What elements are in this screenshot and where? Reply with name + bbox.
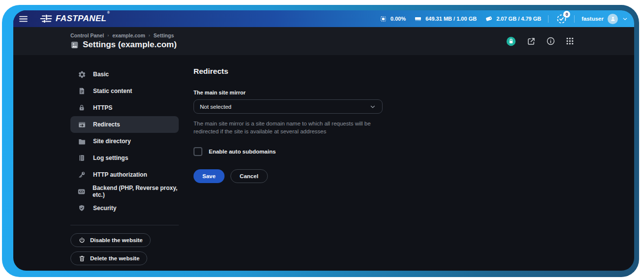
- breadcrumb-item[interactable]: example.com: [112, 32, 145, 38]
- sidebar-item-label: Backend (PHP, Reverse proxy, etc.): [93, 185, 179, 198]
- save-button[interactable]: Save: [193, 169, 225, 183]
- sidebar-item-label: Static content: [93, 88, 132, 94]
- auto-subdomains-checkbox[interactable]: [193, 147, 202, 156]
- settings-sidebar: BasicStatic contentHTTPSRedirectsSite di…: [70, 66, 179, 271]
- gear-icon: [77, 70, 86, 79]
- log-icon: [77, 154, 86, 162]
- sidebar-item-basic[interactable]: Basic: [70, 66, 179, 83]
- sidebar-item-site-directory[interactable]: Site directory: [70, 133, 179, 150]
- header-action-icons: [506, 36, 574, 47]
- document-icon: [77, 87, 86, 95]
- sidebar-item-label: HTTP authorization: [93, 171, 147, 178]
- disk-icon: [485, 15, 493, 23]
- chevron-down-icon: [622, 16, 628, 22]
- registered-mark: ®: [107, 11, 110, 14]
- mirror-field-description: The main site mirror is a site domain na…: [193, 120, 383, 135]
- user-menu[interactable]: fastuser: [581, 14, 628, 24]
- stat-disk: 2.07 GB / 4.79 GB: [485, 15, 541, 23]
- page-title: Settings (example.com): [83, 40, 177, 50]
- sidebar-item-label: Site directory: [93, 138, 131, 145]
- stat-value: 649.31 MB / 1.00 GB: [425, 16, 477, 22]
- sidebar-item-label: Basic: [93, 71, 109, 78]
- sidebar-item-redirects[interactable]: Redirects: [70, 116, 179, 133]
- sidebar-item-http-authorization[interactable]: HTTP authorization: [70, 166, 179, 183]
- code-icon: [77, 187, 86, 196]
- site-image-icon: [70, 41, 79, 49]
- sidebar-item-label: Log settings: [93, 155, 128, 161]
- delete-website-label: Delete the website: [90, 255, 139, 261]
- auto-subdomains-label: Enable auto subdomains: [209, 149, 276, 155]
- fastpanel-logo[interactable]: FASTPANEL®: [40, 14, 109, 24]
- fastpanel-logo-text: FASTPANEL®: [56, 14, 109, 24]
- stat-cpu: 0.00%: [380, 15, 406, 23]
- tasks-button[interactable]: 0: [555, 13, 567, 25]
- sidebar-item-log-settings[interactable]: Log settings: [70, 150, 179, 166]
- mirror-field-label: The main site mirror: [193, 90, 383, 95]
- hamburger-menu-icon[interactable]: [16, 12, 31, 25]
- topbar: FASTPANEL® 0.00%649.31 MB / 1.00 GB2.07 …: [13, 10, 634, 27]
- breadcrumb-separator: ›: [107, 33, 109, 38]
- disable-website-button[interactable]: Disable the website: [70, 233, 151, 247]
- sidebar-item-label: HTTPS: [93, 104, 112, 111]
- ram-icon: [414, 15, 422, 23]
- title-row: Settings (example.com): [70, 40, 177, 50]
- grid-apps-icon[interactable]: [566, 37, 574, 45]
- main-site-mirror-value: Not selected: [200, 104, 231, 110]
- page-header: Control Panel›example.com›Settings Setti…: [13, 27, 634, 55]
- folder-icon: [77, 137, 86, 146]
- fastpanel-logo-icon: [40, 14, 52, 24]
- sidebar-nav: BasicStatic contentHTTPSRedirectsSite di…: [70, 66, 179, 217]
- section-heading: Redirects: [193, 67, 383, 76]
- key-icon: [77, 171, 86, 179]
- sidebar-item-https[interactable]: HTTPS: [70, 99, 179, 116]
- stat-ram: 649.31 MB / 1.00 GB: [414, 15, 477, 23]
- breadcrumb: Control Panel›example.com›Settings: [70, 32, 177, 38]
- disable-website-label: Disable the website: [90, 237, 143, 243]
- topbar-divider: [574, 15, 575, 23]
- power-icon: [78, 237, 86, 244]
- breadcrumb-item[interactable]: Control Panel: [70, 32, 104, 38]
- info-icon[interactable]: [546, 36, 555, 46]
- form-actions: Save Cancel: [193, 169, 383, 183]
- topbar-divider: [548, 15, 548, 23]
- window-frame: FASTPANEL® 0.00%649.31 MB / 1.00 GB2.07 …: [2, 5, 639, 277]
- breadcrumb-separator: ›: [149, 33, 150, 38]
- shield-icon: [77, 204, 86, 212]
- cancel-button[interactable]: Cancel: [230, 169, 268, 183]
- sidebar-item-label: Security: [93, 205, 116, 212]
- page-header-left: Control Panel›example.com›Settings Setti…: [70, 32, 177, 50]
- app-window: FASTPANEL® 0.00%649.31 MB / 1.00 GB2.07 …: [13, 10, 634, 271]
- redirects-panel: Redirects The main site mirror Not selec…: [193, 66, 383, 271]
- main-site-mirror-select[interactable]: Not selected: [193, 99, 383, 114]
- tasks-count-badge: 0: [563, 11, 570, 18]
- stat-value: 0.00%: [390, 16, 406, 22]
- sidebar-item-backend-php-reverse-proxy-etc[interactable]: Backend (PHP, Reverse proxy, etc.): [70, 183, 179, 200]
- sidebar-item-static-content[interactable]: Static content: [70, 83, 179, 99]
- cpu-icon: [380, 15, 387, 23]
- username: fastuser: [581, 16, 604, 22]
- trash-icon: [78, 255, 86, 262]
- redirect-icon: [77, 121, 86, 129]
- avatar: [608, 14, 618, 24]
- sidebar-item-label: Redirects: [93, 121, 120, 128]
- sidebar-divider: [70, 225, 179, 225]
- topbar-left: FASTPANEL®: [16, 12, 109, 25]
- stat-value: 2.07 GB / 4.79 GB: [496, 16, 541, 22]
- lock-icon: [77, 104, 86, 112]
- delete-website-button[interactable]: Delete the website: [70, 251, 147, 265]
- main-area: BasicStatic contentHTTPSRedirectsSite di…: [13, 55, 634, 271]
- topbar-stats: 0.00%649.31 MB / 1.00 GB2.07 GB / 4.79 G…: [380, 15, 541, 23]
- chevron-down-icon: [369, 103, 376, 110]
- topbar-right: 0.00%649.31 MB / 1.00 GB2.07 GB / 4.79 G…: [380, 13, 628, 25]
- breadcrumb-item: Settings: [154, 32, 174, 38]
- sidebar-item-security[interactable]: Security: [70, 200, 179, 217]
- external-link-icon[interactable]: [527, 37, 536, 46]
- ssl-lock-icon[interactable]: [506, 36, 516, 47]
- auto-subdomains-row: Enable auto subdomains: [193, 147, 383, 156]
